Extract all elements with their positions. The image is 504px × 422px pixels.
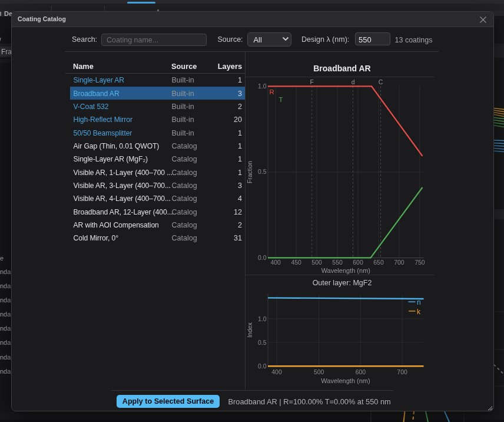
svg-text:0.0: 0.0: [258, 362, 267, 370]
svg-text:1.0: 1.0: [258, 83, 267, 90]
svg-text:Fraction: Fraction: [246, 161, 253, 183]
svg-text:400: 400: [270, 259, 281, 266]
svg-text:0.5: 0.5: [258, 339, 267, 346]
svg-text:550: 550: [332, 259, 343, 266]
svg-text:k: k: [417, 308, 421, 316]
svg-text:500: 500: [314, 368, 324, 375]
svg-text:T: T: [279, 96, 283, 103]
svg-text:d: d: [352, 78, 355, 85]
svg-text:650: 650: [373, 259, 384, 266]
svg-text:C: C: [379, 78, 383, 85]
svg-text:0.5: 0.5: [258, 168, 267, 175]
svg-text:600: 600: [356, 368, 366, 375]
svg-text:500: 500: [311, 259, 322, 266]
svg-text:1.0: 1.0: [258, 315, 267, 322]
svg-text:Outer layer: MgF2: Outer layer: MgF2: [313, 279, 372, 287]
svg-text:700: 700: [397, 368, 407, 375]
svg-text:600: 600: [353, 259, 363, 266]
svg-text:Wavelength (nm): Wavelength (nm): [321, 267, 370, 274]
svg-text:Broadband AR: Broadband AR: [313, 64, 370, 73]
svg-text:400: 400: [271, 368, 282, 375]
svg-text:0.0: 0.0: [258, 254, 267, 261]
svg-text:700: 700: [394, 259, 404, 266]
svg-text:F: F: [310, 78, 313, 85]
svg-text:n: n: [417, 298, 421, 306]
svg-text:Wavelength (nm): Wavelength (nm): [321, 377, 370, 384]
svg-text:750: 750: [415, 259, 425, 266]
svg-text:Index: Index: [246, 322, 253, 337]
svg-text:450: 450: [291, 259, 301, 266]
svg-text:R: R: [270, 88, 274, 95]
